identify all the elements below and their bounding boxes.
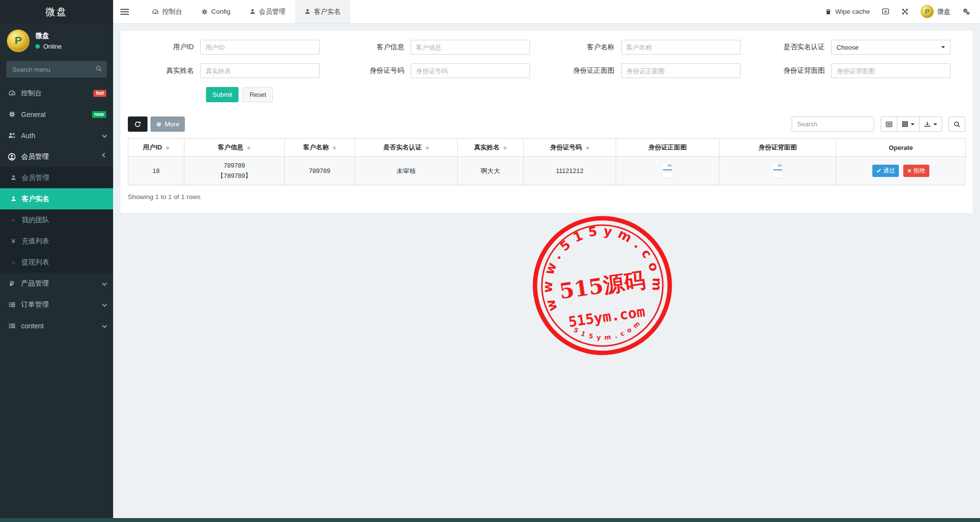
member-submenu: 会员管理 客户实名 ○ 我的团队 ¥ 充值列表 ○ 提现列表 [0,167,113,273]
more-label: More [165,120,179,128]
avatar-letter: P [15,34,22,47]
cell-operate: 通过 拒绝 [836,157,966,185]
avatar-letter: P [925,8,929,15]
sidebar-toggle-icon[interactable] [113,0,136,23]
select-value: Choose [836,44,859,51]
field-label: 客户名称 [547,43,621,52]
brand-title: 微盘 [0,0,113,24]
col-header-operate: Operate [836,139,966,157]
dashboard-icon [152,8,159,15]
search-icon[interactable] [95,65,102,72]
avatar: P [7,29,30,52]
svg-text:515ym.com: 515ym.com [571,317,646,346]
submenu-item-withdraw-list[interactable]: ○ 提现列表 [0,252,113,273]
main-content: 用户ID 客户信息 客户名称 是否实名认证 Choose [113,24,980,522]
search-toggle-button[interactable] [949,116,965,132]
col-header-verify-status[interactable]: 是否实名认证 [355,139,458,157]
tab-customer-realname[interactable]: 客户实名 [295,0,350,23]
sidebar-item-content[interactable]: content [0,315,113,336]
circle-icon: ○ [10,217,17,223]
user-status: Online [35,43,62,50]
tab-member-management[interactable]: 会员管理 [240,0,295,23]
col-header-user-id[interactable]: 用户ID [128,139,184,157]
real-name-field[interactable] [200,63,320,78]
sidebar-item-general[interactable]: General new [0,104,113,125]
fullscreen-button[interactable] [901,8,909,15]
export-button[interactable] [920,116,942,132]
tab-label: Config [211,8,231,15]
fullscreen-icon [901,8,909,15]
gear-icon [156,121,162,127]
hot-badge: hot [93,90,106,97]
col-header-id-number[interactable]: 身份证号码 [524,139,616,157]
cell-customer-info: 789789 【789789】 [184,157,285,185]
stamp-arc-bottom-text: 515ym.com [571,317,646,346]
table-row: 18 789789 【789789】 789789 未审核 啊大大 111212… [128,157,966,185]
columns-button[interactable] [897,116,920,132]
chevron-left-icon [102,323,107,328]
sidebar-item-order-management[interactable]: 订单管理 [0,294,113,315]
detail-view-button[interactable] [881,116,897,132]
settings-button[interactable] [962,8,970,15]
col-header-id-front: 身份证正面图 [616,139,719,157]
col-header-customer-name[interactable]: 客户名称 [285,139,355,157]
bottom-strip [0,518,980,522]
detail-view-icon [886,121,892,128]
user-icon [249,8,256,15]
wipe-cache-button[interactable]: Wipe cache [825,8,870,15]
language-button[interactable]: A [882,8,890,15]
x-icon [907,169,912,173]
id-front-field[interactable] [621,63,741,78]
id-number-field[interactable] [411,63,530,78]
field-label: 是否实名认证 [757,43,831,52]
ruble-icon: ₽ [8,280,16,288]
reject-button[interactable]: 拒绝 [903,165,929,177]
submenu-item-customer-realname[interactable]: 客户实名 [0,188,113,209]
approve-button[interactable]: 通过 [872,165,899,177]
table-header-row: 用户ID 客户信息 客户名称 是否实名认证 真实姓名 身份证号码 身份证正面图 … [128,139,966,157]
sort-icon [166,144,170,152]
id-back-field[interactable] [831,63,950,78]
table-search-input[interactable] [792,116,874,132]
table-summary: Showing 1 to 1 of 1 rows [128,193,965,201]
customer-info-field[interactable] [411,40,530,55]
submenu-item-member-management[interactable]: 会员管理 [0,167,113,188]
new-badge: new [92,111,106,118]
sidebar-search-input[interactable] [6,61,107,78]
col-header-customer-info[interactable]: 客户信息 [184,139,285,157]
id-front-thumbnail[interactable] [661,163,674,178]
submit-button[interactable]: Submit [206,87,238,102]
col-header-real-name[interactable]: 真实姓名 [458,139,524,157]
sidebar-item-dashboard[interactable]: 控制台 hot [0,83,113,104]
user-name: 微盘 [35,31,62,40]
filter-form: 用户ID 客户信息 客户名称 是否实名认证 Choose [120,31,973,102]
submenu-item-recharge-list[interactable]: ¥ 充值列表 [0,231,113,252]
sidebar-item-member-management[interactable]: 会员管理 [0,146,113,167]
refresh-button[interactable] [128,116,148,132]
sort-icon [332,144,336,152]
sidebar-item-label: General [21,111,92,118]
realname-verify-select[interactable]: Choose [831,40,950,55]
stamp-arc-top-text: www.515ym.com [532,215,667,314]
submenu-item-label: 充值列表 [22,237,49,246]
chevron-down-icon [102,153,107,158]
sort-icon [503,144,507,152]
field-label: 身份证背面图 [757,66,831,75]
user-menu[interactable]: P 微盘 [921,5,950,18]
refresh-icon [134,121,141,128]
submenu-item-my-team[interactable]: ○ 我的团队 [0,209,113,231]
customer-name-field[interactable] [621,40,741,55]
more-button[interactable]: More [150,116,185,132]
stamp-center-text: 515源码 [558,267,647,304]
svg-text:A: A [884,9,887,14]
avatar: P [921,5,934,18]
user-id-field[interactable] [200,40,320,55]
sidebar-item-auth[interactable]: Auth [0,125,113,146]
dashboard-icon [8,89,16,97]
reset-button[interactable]: Reset [242,87,273,102]
sidebar-item-product-management[interactable]: ₽ 产品管理 [0,273,113,294]
tab-config[interactable]: Config [192,0,240,23]
tab-dashboard[interactable]: 控制台 [143,0,192,23]
tab-label: 会员管理 [259,7,286,16]
id-back-thumbnail[interactable] [772,163,784,178]
